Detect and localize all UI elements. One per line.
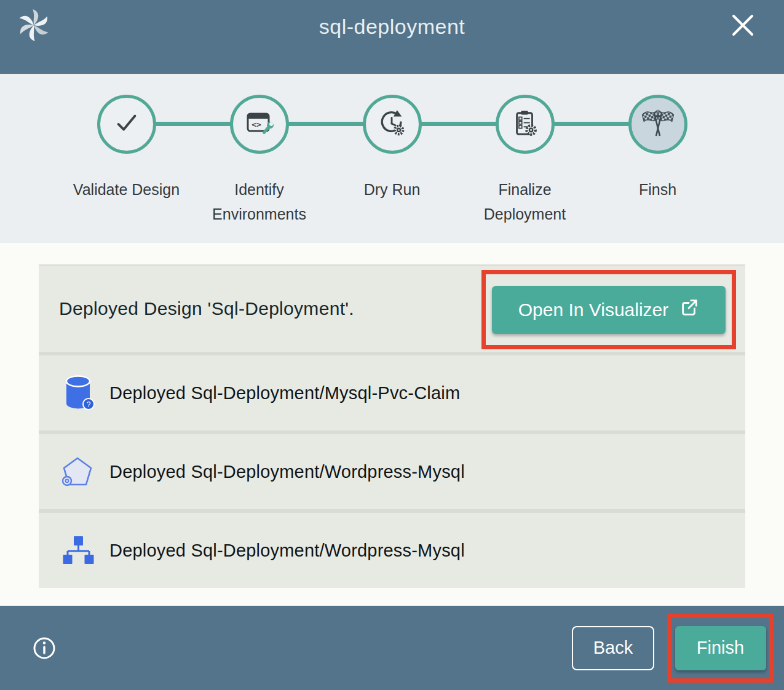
- result-row-text: Deployed Sql-Deployment/Mysql-Pvc-Claim: [109, 383, 460, 403]
- modal-header: sql-deployment: [0, 0, 784, 74]
- result-row-wordpress: Deployed Sql-Deployment/Wordpress-Mysql: [39, 434, 745, 509]
- dry-run-icon: [378, 109, 406, 140]
- svg-text:?: ?: [87, 400, 91, 409]
- step-label: Finsh: [596, 177, 719, 202]
- external-link-icon: [679, 298, 699, 322]
- step-finish: Finsh: [592, 95, 724, 226]
- step-label: Validate Design: [65, 177, 188, 202]
- modal-title: sql-deployment: [0, 15, 784, 39]
- deployed-design-text: Deployed Design 'Sql-Deployment'.: [59, 298, 354, 319]
- hierarchy-icon: [60, 531, 96, 569]
- clipboard-gear-icon: [511, 109, 539, 140]
- open-in-visualizer-button[interactable]: Open In Visualizer: [492, 286, 726, 334]
- result-row-text: Deployed Sql-Deployment/Wordpress-Mysql: [109, 541, 465, 561]
- code-wrench-icon: <>: [245, 108, 274, 140]
- result-row-text: Deployed Sql-Deployment/Wordpress-Mysql: [109, 462, 465, 482]
- deployed-design-row: Deployed Design 'Sql-Deployment'. Open I…: [39, 266, 745, 352]
- step-circle-identify: <>: [230, 95, 289, 154]
- deployment-results: Deployed Design 'Sql-Deployment'. Open I…: [0, 243, 784, 606]
- step-circle-finish: [628, 95, 687, 154]
- step-identify-environments: <> Identify Environments: [193, 95, 326, 226]
- checkered-flags-icon: [642, 107, 674, 141]
- annotation-highlight-visualizer: Open In Visualizer: [481, 270, 736, 349]
- svg-text:<>: <>: [251, 120, 261, 129]
- info-icon[interactable]: [32, 636, 57, 660]
- wizard-stepper: Validate Design <>: [0, 74, 784, 243]
- database-icon: ?: [60, 374, 96, 412]
- step-validate-design: Validate Design: [60, 95, 193, 226]
- step-circle-dry-run: [363, 95, 422, 154]
- step-label: Dry Run: [331, 177, 454, 202]
- step-label: Finalize Deployment: [464, 177, 587, 226]
- finish-button[interactable]: Finish: [675, 626, 766, 670]
- result-row-pvc: ? Deployed Sql-Deployment/Mysql-Pvc-Clai…: [39, 355, 745, 430]
- step-circle-validate: [97, 95, 156, 154]
- annotation-highlight-finish: Finish: [667, 614, 774, 683]
- open-in-visualizer-label: Open In Visualizer: [518, 299, 669, 320]
- step-label: Identify Environments: [198, 177, 321, 226]
- pentagon-icon: [60, 453, 96, 491]
- result-row-wordpress-2: Deployed Sql-Deployment/Wordpress-Mysql: [39, 513, 745, 588]
- close-icon[interactable]: [730, 12, 756, 38]
- back-button[interactable]: Back: [572, 626, 654, 670]
- step-dry-run: Dry Run: [326, 95, 459, 226]
- check-icon: [113, 109, 141, 140]
- deployment-wizard-modal: sql-deployment Validate Design: [0, 0, 784, 690]
- step-finalize-deployment: Finalize Deployment: [459, 95, 592, 226]
- modal-footer: Back Finish: [0, 606, 784, 690]
- step-circle-finalize: [496, 95, 555, 154]
